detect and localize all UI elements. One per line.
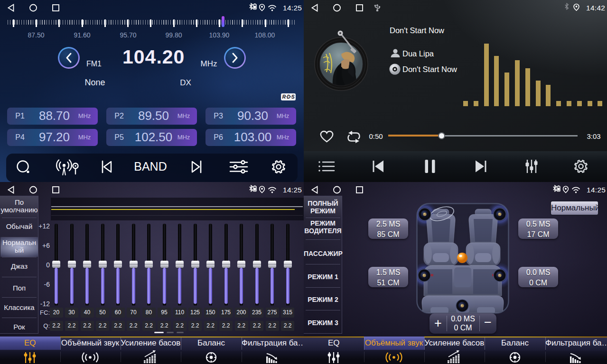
- svg-text:BAND: BAND: [134, 160, 167, 173]
